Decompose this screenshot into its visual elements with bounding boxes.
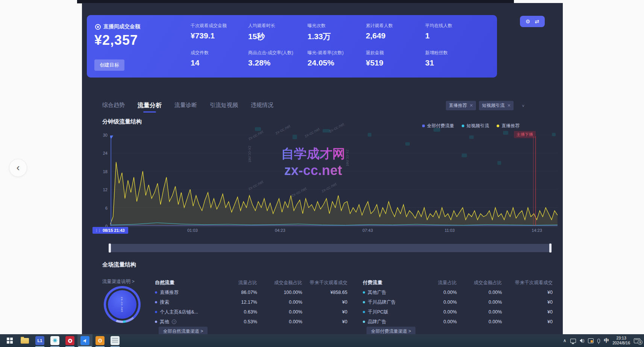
table-row[interactable]: 千川品牌广告 0.00% 0.00% ¥0 — [363, 297, 553, 307]
taskbar-app-orange[interactable] — [92, 334, 108, 347]
metric-label: 新增粉丝数 — [425, 50, 448, 56]
table-row[interactable]: 其他广告 0.00% 0.00% ¥0 — [363, 288, 553, 297]
datazoom-slider[interactable] — [109, 244, 551, 252]
metric-label: 平均在线人数 — [425, 23, 452, 29]
close-icon[interactable]: ✕ — [470, 103, 473, 108]
channel-name: 千川品牌广告 — [368, 299, 396, 306]
tab-overall-trend[interactable]: 综合趋势 — [102, 102, 125, 113]
channel-dot — [155, 311, 157, 313]
artifact — [433, 128, 440, 132]
close-icon[interactable]: ✕ — [507, 103, 511, 108]
microphone-icon[interactable] — [597, 339, 600, 343]
cursor-app-icon: ➤ — [80, 336, 89, 345]
channel-help-link[interactable]: 流量渠道说明 > — [102, 279, 135, 285]
legend-label: 短视频引流 — [467, 123, 489, 129]
taskbar-app-cursor[interactable]: ➤ — [77, 334, 92, 347]
taskbar-app-pinwheel[interactable]: ✳ — [47, 334, 62, 347]
cell-gpm: ¥0 — [302, 300, 347, 305]
taskbar-app-notes[interactable] — [108, 334, 123, 347]
channel-name: 其他广告 — [368, 289, 386, 296]
cell-gpm: ¥0 — [502, 309, 553, 315]
tab-short-video[interactable]: 引流短视频 — [210, 102, 238, 113]
traffic-donut-chart[interactable]: zx-cc.net — [104, 286, 141, 323]
cell-gmv-share: 0.00% — [457, 309, 502, 315]
taskbar-app-l1[interactable]: L1 — [32, 334, 47, 347]
start-button[interactable] — [2, 334, 17, 347]
filter-tag[interactable]: 短视频引流✕ — [479, 101, 514, 110]
artifact — [255, 127, 261, 131]
cell-share: 0.00% — [419, 319, 457, 324]
filter-tag[interactable]: 直播推荐✕ — [446, 101, 476, 110]
cell-share: 86.07% — [218, 290, 257, 295]
artifact — [323, 129, 330, 132]
watermark-small: zx-cc.net — [328, 122, 345, 133]
legend-item-short-video[interactable]: 短视频引流 — [462, 123, 489, 129]
info-icon[interactable] — [172, 320, 176, 324]
security-center-icon[interactable] — [588, 338, 594, 343]
channel-filter-select[interactable]: 直播推荐✕ 短视频引流✕ ˅ — [446, 101, 524, 110]
notification-icon[interactable]: 3 — [634, 338, 640, 343]
chevron-left-icon: ‹ — [17, 162, 20, 173]
table-row[interactable]: 搜索 12.17% 0.00% ¥0 — [155, 297, 347, 307]
legend-marker — [462, 125, 464, 127]
channel-name: 个人主页&店铺&... — [160, 309, 198, 315]
network-icon[interactable] — [570, 339, 576, 343]
cell-gmv-share: 0.00% — [257, 300, 302, 305]
taskbar-app-red-ring[interactable] — [62, 334, 77, 347]
column-share: 流量占比 — [218, 280, 257, 286]
table-row[interactable]: 其他 0.53% 0.00% ¥0 — [155, 317, 347, 327]
x-axis-line — [110, 227, 558, 227]
y-axis-tick: 6 — [97, 206, 108, 210]
x-tick-highlighted[interactable]: ⋮⋮ 08/15 21:43 — [92, 227, 128, 234]
metric-label: 商品点击-成交率(人数) — [248, 50, 293, 56]
swap-icon[interactable]: ⇄ — [535, 18, 539, 24]
datazoom-handle-right[interactable] — [549, 244, 552, 253]
target-icon — [95, 24, 101, 30]
minute-traffic-chart[interactable] — [110, 135, 558, 227]
legend-item-live-recommend[interactable]: 直播推荐 — [497, 123, 520, 129]
watermark-small: zx-cc.net — [274, 123, 291, 135]
create-goal-button[interactable]: 创建目标 — [94, 59, 124, 71]
column-channel: 自然流量 — [155, 279, 218, 286]
metric-label: 曝光-观看率(次数) — [308, 50, 344, 56]
taskbar-file-explorer[interactable] — [17, 334, 32, 347]
table-row[interactable]: 直播推荐 86.07% 100.00% ¥858.65 — [155, 288, 347, 297]
table-header: 付费流量 流量占比 成交金额占比 带来千次观看成交 — [363, 278, 553, 288]
windows-taskbar: L1 ✳ ➤ ∧ )) 中 23:13 2024/8/16 3 — [0, 334, 644, 347]
ime-indicator[interactable]: 中 — [604, 337, 609, 344]
y-axis-tick: 18 — [97, 169, 108, 174]
filter-tag-label: 短视频引流 — [482, 102, 505, 109]
card-title: 直播间成交金额 — [103, 23, 140, 30]
table-row[interactable]: 千川PC版 0.00% 0.00% ¥0 — [363, 307, 553, 317]
y-axis-tick: 30 — [97, 133, 108, 137]
metric-value: 24.05% — [308, 58, 344, 67]
cell-gmv-share: 0.00% — [457, 290, 502, 295]
metric-value: 3.28% — [248, 58, 293, 67]
cell-gpm: ¥0 — [302, 319, 347, 324]
tray-clock[interactable]: 23:13 2024/8/16 — [612, 336, 630, 345]
table-row[interactable]: 个人主页&店铺&... 0.63% 0.00% ¥0 — [155, 307, 347, 317]
cell-share: 0.00% — [419, 290, 457, 295]
cell-gpm: ¥0 — [302, 309, 347, 315]
chevron-up-icon[interactable]: ∧ — [563, 338, 567, 343]
l1-app-icon: L1 — [35, 336, 44, 345]
back-button[interactable]: ‹ — [9, 159, 27, 177]
speaker-icon[interactable]: )) — [580, 339, 585, 343]
tab-violations[interactable]: 违规情况 — [251, 102, 273, 113]
y-axis-tick: 24 — [97, 151, 108, 155]
x-axis-tick: 04:23 — [275, 228, 285, 233]
metric-label: 退款金额 — [366, 50, 384, 56]
channel-name: 搜索 — [160, 299, 169, 306]
gear-icon[interactable]: ⚙ — [526, 18, 530, 24]
legend-marker — [497, 125, 499, 127]
x-axis-tick: 01:03 — [187, 228, 198, 233]
metric-value: 15秒 — [248, 31, 275, 42]
table-row[interactable]: 品牌广告 0.00% 0.00% ¥0 — [363, 317, 553, 327]
screen: ‹ 直播间成交金额 ¥2,357 创建目标 千次观看成交金额¥739.1 成交件… — [0, 0, 644, 347]
metric-label: 人均观看时长 — [248, 23, 275, 29]
tab-traffic-analysis[interactable]: 流量分析 — [138, 102, 162, 113]
chevron-down-icon[interactable]: ˅ — [522, 103, 524, 108]
datazoom-handle-left[interactable] — [109, 244, 111, 253]
tab-traffic-diagnosis[interactable]: 流量诊断 — [174, 102, 197, 113]
cell-gmv-share: 100.00% — [257, 290, 302, 295]
